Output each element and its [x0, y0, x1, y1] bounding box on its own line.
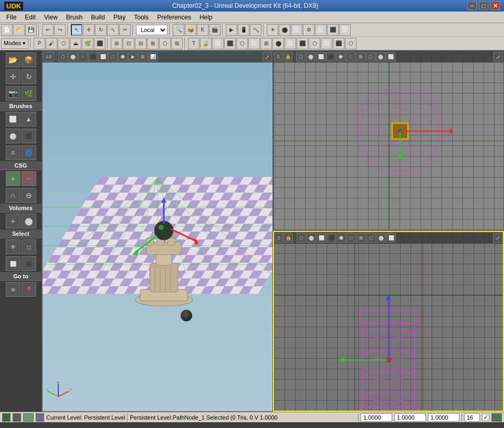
viewport-top[interactable]: S 🔒 ⬡ ⬤ ⬜ ⬛ ⬟ □ ⊞ ⬡ ⬤ ⬜ ⤢ — [273, 50, 504, 231]
redo-button[interactable]: ↪ — [54, 24, 66, 36]
vp-front-wire[interactable]: ⬡ — [297, 233, 306, 243]
extra-btn-5[interactable]: ⬜ — [339, 24, 351, 36]
undo-button[interactable]: ↩ — [42, 24, 54, 36]
vp-front-view-mode[interactable]: S — [275, 233, 283, 243]
brush-clip-tool[interactable]: ✂ — [119, 24, 131, 36]
volume-type-btn[interactable]: ⬤ — [22, 214, 36, 228]
vp-top-lock[interactable]: 🔒 — [283, 52, 292, 61]
x-field[interactable]: 1.0000 — [361, 413, 392, 422]
sphere-brush-btn[interactable]: ⬤ — [6, 129, 20, 143]
menu-file[interactable]: File — [2, 13, 20, 22]
select-all-btn[interactable]: 👁 — [6, 239, 20, 254]
camera-tool-btn[interactable]: 📷 — [6, 86, 20, 101]
vp-top-b1[interactable]: ⬜ — [316, 52, 326, 61]
vp-3d-wireframe[interactable]: ⬡ — [58, 52, 68, 61]
translate-tool[interactable]: ✛ — [83, 24, 94, 36]
build-all-button[interactable]: 🔨 — [250, 24, 261, 36]
spiral-brush-btn[interactable]: 🌀 — [22, 145, 36, 160]
close-button[interactable]: ✕ — [490, 2, 500, 10]
toggle-snap[interactable]: ⊟ — [135, 38, 146, 49]
vp-front-b5[interactable]: ⊞ — [356, 233, 366, 243]
menu-brush[interactable]: Brush — [62, 13, 87, 22]
terrain-tool-btn[interactable]: 🌿 — [22, 86, 36, 101]
camera-lock[interactable]: 🔒 — [200, 38, 212, 49]
csg-subtract-btn[interactable]: − — [22, 171, 36, 186]
goto-actor-btn[interactable]: ⊛ — [6, 282, 20, 297]
menu-help[interactable]: Help — [195, 13, 217, 22]
modes-dropdown[interactable]: Modes ▾ — [1, 38, 28, 49]
select-tool[interactable]: ↖ — [71, 24, 82, 36]
vp-front-b3[interactable]: ⬟ — [337, 233, 346, 243]
play-button[interactable]: ▶ — [226, 24, 237, 36]
extra-m10[interactable]: ⬜ — [321, 38, 332, 49]
vp-3d-view-mode[interactable]: Lit — [43, 52, 55, 61]
extra-m3[interactable]: ⬡ — [236, 38, 248, 49]
vp-front-b1[interactable]: ⬜ — [317, 233, 326, 243]
vp-top-b8[interactable]: ⬜ — [386, 52, 395, 61]
content-btn[interactable]: 📦 — [22, 53, 36, 67]
vp-front-b6[interactable]: ⬡ — [366, 233, 376, 243]
extra-btn-1[interactable]: ⬜ — [291, 24, 302, 36]
staircase-brush-btn[interactable]: ≡ — [6, 145, 20, 160]
cone-brush-btn[interactable]: ▲ — [22, 112, 36, 127]
csg-deintersect-btn[interactable]: ⊖ — [22, 188, 36, 203]
vp-top-b2[interactable]: ⬛ — [326, 52, 335, 61]
vp-front-expand[interactable]: ⤢ — [493, 233, 502, 243]
maximize-button[interactable]: □ — [479, 2, 488, 10]
pivot-snap[interactable]: ⊞ — [171, 38, 183, 49]
place-mode[interactable]: P — [34, 38, 45, 49]
vp-3d-unlit[interactable]: ○ — [78, 52, 88, 61]
menu-build[interactable]: Build — [87, 13, 109, 22]
matinee-button[interactable]: 🎬 — [209, 24, 220, 36]
cube-brush-btn[interactable]: ⬜ — [6, 112, 20, 127]
vp-top-b6[interactable]: ⬡ — [366, 52, 375, 61]
camera-speed[interactable]: T — [188, 38, 200, 49]
vp-front-b7[interactable]: ⬤ — [376, 233, 386, 243]
vp-3d-lit[interactable]: ⬤ — [68, 52, 78, 61]
vp-front-lock[interactable]: 🔒 — [284, 233, 293, 243]
play-mobile-button[interactable]: 📱 — [238, 24, 249, 36]
select-none-btn[interactable]: ◻ — [22, 239, 36, 254]
pathnode-button[interactable]: ⬤ — [279, 24, 290, 36]
vp-top-b3[interactable]: ⬟ — [336, 52, 345, 61]
menu-view[interactable]: View — [40, 13, 62, 22]
open-button[interactable]: 📂 — [13, 24, 25, 36]
vp-front-b8[interactable]: ⬜ — [386, 233, 396, 243]
sel-by-type-btn[interactable]: ⬛ — [22, 256, 36, 271]
snap-to-grid[interactable]: ⊞ — [111, 38, 122, 49]
invert-sel-btn[interactable]: ⬜ — [6, 256, 20, 271]
scale-tool[interactable]: ⤡ — [107, 24, 119, 36]
viewport-3d[interactable]: Lit ⬡ ⬤ ○ ⬛ ⬜ □ ⬟ ▶ ⊞ 📊 ⤢ X Y — [42, 50, 273, 412]
snap-to-surface[interactable]: ⊡ — [123, 38, 134, 49]
paint-mode[interactable]: 🖌 — [46, 38, 57, 49]
vp-3d-brush[interactable]: ⬜ — [98, 52, 108, 61]
viewport-front[interactable]: S 🔒 ⬡ ⬤ ⬜ ⬛ ⬟ □ ⊞ ⬡ ⬤ ⬜ ⤢ — [273, 231, 504, 412]
status-checkbox[interactable]: ✓ — [482, 414, 489, 421]
menu-tools[interactable]: Tools — [130, 13, 153, 22]
rotate-tool[interactable]: ↻ — [95, 24, 107, 36]
minimize-button[interactable]: ─ — [467, 2, 477, 10]
move-tool-btn[interactable]: ✛ — [6, 69, 20, 84]
vp-3d-stat[interactable]: 📊 — [148, 52, 158, 61]
goto-location-btn[interactable]: 📍 — [22, 282, 36, 297]
vp-top-b7[interactable]: ⬤ — [376, 52, 385, 61]
extra-m1[interactable]: ⬜ — [212, 38, 224, 49]
vp-top-b5[interactable]: ⊞ — [356, 52, 365, 61]
extra-m6[interactable]: ⬤ — [272, 38, 284, 49]
lightmass-button[interactable]: ☀ — [267, 24, 278, 36]
new-button[interactable]: 📄 — [1, 24, 13, 36]
extra-m4[interactable]: ⬜ — [248, 38, 260, 49]
vp-front-b2[interactable]: ⬛ — [327, 233, 336, 243]
vp-3d-safe[interactable]: ⊞ — [138, 52, 148, 61]
extra-btn-3[interactable]: ⬜ — [315, 24, 327, 36]
terrain-mode[interactable]: ⛰ — [70, 38, 81, 49]
extra-m8[interactable]: ⬛ — [297, 38, 308, 49]
vp-top-wire[interactable]: ⬡ — [296, 52, 306, 61]
extra-m5[interactable]: ⊞ — [260, 38, 272, 49]
extra-m12[interactable]: ⬡ — [345, 38, 356, 49]
actor-snap[interactable]: ⬡ — [159, 38, 171, 49]
vp-top-b4[interactable]: □ — [346, 52, 355, 61]
content-browser-button[interactable]: 📦 — [185, 24, 196, 36]
extra-btn-2[interactable]: ⚙ — [303, 24, 314, 36]
foliage-mode[interactable]: 🌿 — [82, 38, 93, 49]
